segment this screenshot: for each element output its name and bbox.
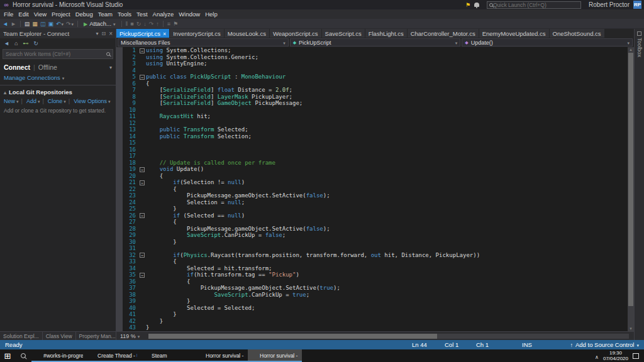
- code-line[interactable]: 28 PickupMessage.gameObject.SetActive(fa…: [123, 226, 628, 233]
- document-tab[interactable]: WeaponScript.cs: [270, 29, 322, 38]
- code-line[interactable]: 17: [123, 153, 628, 160]
- code-line[interactable]: 25 }: [123, 206, 628, 212]
- tool-window-tab[interactable]: Class View: [43, 332, 76, 340]
- menu-item[interactable]: Edit: [16, 11, 31, 18]
- open-file-icon[interactable]: ▦: [32, 19, 38, 29]
- chevron-down-icon[interactable]: [96, 31, 98, 36]
- redo-icon[interactable]: ↷: [66, 19, 74, 29]
- git-action-link[interactable]: View Options: [66, 98, 111, 104]
- clock[interactable]: 19:30 07/04/2020: [603, 350, 628, 361]
- document-tab[interactable]: SaveScript.cs: [322, 29, 365, 38]
- search-input[interactable]: [6, 51, 106, 57]
- taskbar-item[interactable]: Create Thread - Uni...: [86, 349, 140, 362]
- step-over-icon[interactable]: ↷: [149, 19, 154, 29]
- attach-button[interactable]: Attach...: [82, 20, 118, 27]
- find-icon[interactable]: ≡: [167, 19, 170, 29]
- code-line[interactable]: 40 Selected = Selected;: [123, 305, 628, 312]
- code-line[interactable]: 8 [SerializeField] LayerMask PickupLayer…: [123, 94, 628, 101]
- avatar[interactable]: RP: [633, 1, 641, 9]
- panel-header[interactable]: Team Explorer - Connect: [0, 29, 116, 38]
- menu-item[interactable]: Test: [134, 11, 150, 18]
- step-into-icon[interactable]: ↓: [143, 19, 147, 29]
- code-line[interactable]: 2using System.Collections.Generic;: [123, 54, 628, 61]
- code-line[interactable]: 1using System.Collections;: [123, 47, 628, 54]
- quick-launch-search[interactable]: [487, 1, 581, 9]
- notification-center-icon[interactable]: [633, 353, 639, 359]
- fold-collapse-icon[interactable]: [140, 167, 145, 172]
- menu-item[interactable]: Debug: [73, 11, 96, 18]
- bookmark-icon[interactable]: ⚑: [173, 19, 178, 29]
- local-git-repositories-header[interactable]: Local Git Repositories: [0, 87, 116, 97]
- code-line[interactable]: 5public class PickUpScript : MonoBehavio…: [123, 74, 628, 80]
- manage-connections-link[interactable]: Manage Connections: [0, 73, 116, 84]
- indicator-margin[interactable]: [116, 47, 123, 331]
- tray-expand-icon[interactable]: [595, 350, 599, 361]
- horizontal-scrollbar[interactable]: [148, 334, 629, 339]
- git-action-link[interactable]: Clone: [40, 98, 65, 104]
- navigate-back-icon[interactable]: ◄: [3, 19, 8, 29]
- code-line[interactable]: 33 {: [123, 258, 628, 265]
- code-line[interactable]: 22 {: [123, 186, 628, 193]
- toolbox-tab[interactable]: Toolbox: [634, 29, 644, 340]
- document-tab[interactable]: FlashLight.cs: [365, 29, 408, 38]
- work-item-search[interactable]: [3, 49, 113, 59]
- plug-icon[interactable]: ⊷: [23, 40, 28, 47]
- code-line[interactable]: 42 }: [123, 318, 628, 325]
- stop-icon[interactable]: ■: [130, 19, 133, 29]
- code-line[interactable]: 14 public Transform Selection;: [123, 133, 628, 140]
- fold-collapse-icon[interactable]: [140, 180, 145, 185]
- step-out-icon[interactable]: ↑: [156, 19, 159, 29]
- code-line[interactable]: 10: [123, 107, 628, 114]
- save-all-icon[interactable]: ▣: [48, 19, 53, 29]
- navigate-forward-icon[interactable]: ►: [11, 19, 16, 29]
- code-line[interactable]: 29 SaveScript.CanPickUp = false;: [123, 232, 628, 239]
- add-to-source-control-button[interactable]: Add to Source Control: [570, 341, 640, 348]
- code-line[interactable]: 41 }: [123, 311, 628, 318]
- new-file-icon[interactable]: ▤: [25, 19, 30, 29]
- code-line[interactable]: 27 {: [123, 219, 628, 226]
- code-line[interactable]: 11 RaycastHit hit;: [123, 113, 628, 120]
- taskbar-item[interactable]: Horror survival - Sa...: [194, 349, 248, 362]
- menu-item[interactable]: Analyze: [150, 11, 177, 18]
- tool-window-tab[interactable]: Solution Expl...: [0, 332, 43, 340]
- break-all-icon[interactable]: ‖: [126, 19, 128, 29]
- code-line[interactable]: 36 {: [123, 278, 628, 285]
- scroll-down-icon[interactable]: [628, 326, 634, 331]
- notifications-flag-icon[interactable]: [465, 1, 470, 8]
- pin-icon[interactable]: [101, 31, 106, 36]
- scrollbar-thumb[interactable]: [148, 334, 436, 339]
- fold-collapse-icon[interactable]: [140, 213, 145, 218]
- code-line[interactable]: 39 }: [123, 298, 628, 305]
- user-name[interactable]: Robert Proctor: [589, 1, 630, 8]
- quick-launch-input[interactable]: [493, 2, 579, 8]
- back-icon[interactable]: ◄: [4, 40, 9, 47]
- document-tab[interactable]: PickupScript.cs: [116, 29, 170, 38]
- code-line[interactable]: 37 PickupMessage.gameObject.SetActive(tr…: [123, 285, 628, 292]
- fold-collapse-icon[interactable]: [140, 48, 145, 53]
- code-line[interactable]: 21 if(Selection != null): [123, 179, 628, 186]
- taskbar-item[interactable]: Steam: [140, 349, 194, 362]
- taskbar-item[interactable]: Horror survival - Mi...: [248, 349, 302, 362]
- taskbar-item[interactable]: #works-in-progress-...: [31, 349, 86, 362]
- menu-item[interactable]: Tools: [115, 11, 134, 18]
- restart-icon[interactable]: ↻: [136, 19, 142, 29]
- member-dropdown[interactable]: Update(): [462, 38, 633, 47]
- document-tab[interactable]: OneShotSound.cs: [550, 29, 605, 38]
- fold-collapse-icon[interactable]: [140, 273, 145, 278]
- code-line[interactable]: 20 {: [123, 173, 628, 180]
- code-line[interactable]: 43}: [123, 324, 628, 331]
- code-line[interactable]: 24 Selection = null;: [123, 199, 628, 206]
- type-dropdown[interactable]: PickUpScript: [290, 38, 461, 47]
- code-line[interactable]: 26 if (Selected == null): [123, 212, 628, 219]
- menu-item[interactable]: Team: [96, 11, 115, 18]
- bell-icon[interactable]: [474, 3, 479, 7]
- home-icon[interactable]: ⌂: [14, 40, 18, 47]
- code-editor[interactable]: 1using System.Collections;2using System.…: [116, 47, 628, 331]
- code-line[interactable]: 38 SaveScript.CanPickUp = true;: [123, 292, 628, 299]
- vertical-scrollbar[interactable]: [628, 47, 634, 331]
- code-line[interactable]: 18 // Update is called once per frame: [123, 160, 628, 167]
- save-icon[interactable]: ◫: [40, 19, 46, 29]
- menu-item[interactable]: Project: [49, 11, 73, 18]
- code-line[interactable]: 19 void Update(): [123, 166, 628, 173]
- menu-item[interactable]: Help: [203, 11, 220, 18]
